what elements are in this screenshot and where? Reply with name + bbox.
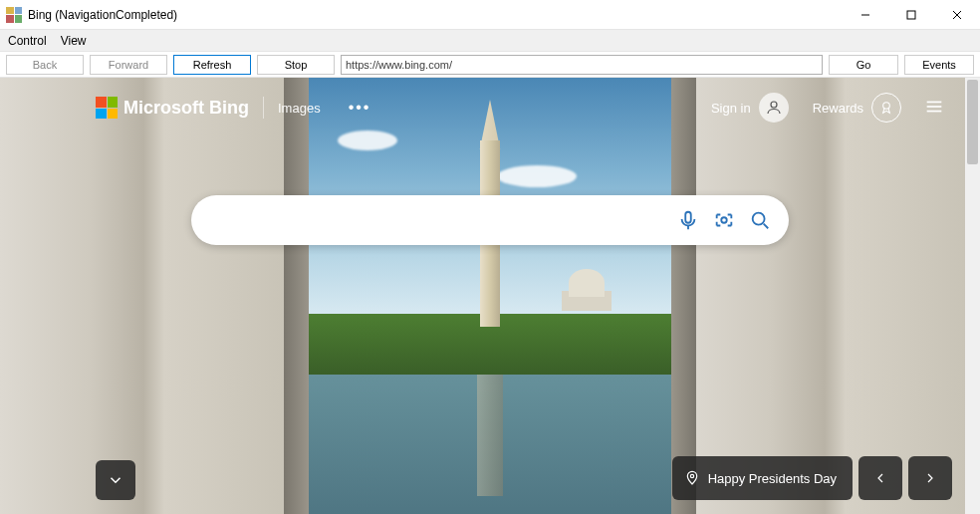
webview-content: Microsoft Bing Images ••• Sign in Reward… <box>0 78 980 514</box>
menu-control[interactable]: Control <box>8 34 47 48</box>
nav-images[interactable]: Images <box>278 101 321 116</box>
refresh-button[interactable]: Refresh <box>173 55 251 75</box>
headline-carousel: Happy Presidents Day <box>672 456 952 500</box>
back-button[interactable]: Back <box>6 55 84 75</box>
location-pin-icon <box>684 470 700 486</box>
window-minimize-button[interactable] <box>843 0 888 30</box>
headline-text: Happy Presidents Day <box>708 471 837 486</box>
image-search-icon[interactable] <box>711 207 737 233</box>
svg-point-11 <box>721 217 727 223</box>
window-maximize-button[interactable] <box>888 0 934 30</box>
app-icon <box>6 7 22 23</box>
voice-search-icon[interactable] <box>675 207 701 233</box>
nav-toolbar: Back Forward Refresh Stop Go Events <box>0 52 980 78</box>
window-title: Bing (NavigationCompleted) <box>28 8 177 22</box>
go-button[interactable]: Go <box>829 55 898 75</box>
vertical-scrollbar[interactable] <box>965 78 980 514</box>
headline-card[interactable]: Happy Presidents Day <box>672 456 853 500</box>
svg-point-14 <box>690 474 693 477</box>
bing-brand-text: Microsoft Bing <box>123 98 249 119</box>
svg-rect-1 <box>907 11 915 19</box>
svg-rect-9 <box>685 212 691 223</box>
header-divider <box>263 97 264 119</box>
forward-button[interactable]: Forward <box>90 55 167 75</box>
background-scene <box>0 78 980 514</box>
search-box[interactable] <box>191 195 789 245</box>
url-input[interactable] <box>341 55 823 75</box>
search-submit-icon[interactable] <box>747 207 773 233</box>
window-close-button[interactable] <box>934 0 980 30</box>
rewards-label: Rewards <box>813 101 863 116</box>
menu-view[interactable]: View <box>61 34 87 48</box>
search-input[interactable] <box>213 212 665 229</box>
bing-logo[interactable]: Microsoft Bing <box>96 97 249 119</box>
avatar-icon <box>759 93 789 123</box>
svg-line-13 <box>764 224 769 229</box>
more-menu-icon[interactable]: ••• <box>349 99 371 117</box>
signin-label: Sign in <box>711 101 751 116</box>
svg-point-4 <box>771 102 777 108</box>
carousel-next-button[interactable] <box>908 456 952 500</box>
hamburger-menu-icon[interactable] <box>923 96 945 121</box>
svg-point-12 <box>753 213 765 225</box>
expand-down-button[interactable] <box>96 460 135 500</box>
window-titlebar: Bing (NavigationCompleted) <box>0 0 980 30</box>
rewards-badge-icon <box>871 93 901 123</box>
rewards-link[interactable]: Rewards <box>813 93 901 123</box>
microsoft-logo-icon <box>96 97 118 119</box>
svg-point-5 <box>883 103 890 110</box>
menu-bar: Control View <box>0 30 980 52</box>
events-button[interactable]: Events <box>904 55 974 75</box>
signin-link[interactable]: Sign in <box>711 93 789 123</box>
bing-header: Microsoft Bing Images ••• Sign in Reward… <box>0 78 965 137</box>
stop-button[interactable]: Stop <box>257 55 335 75</box>
carousel-prev-button[interactable] <box>858 456 902 500</box>
scrollbar-thumb[interactable] <box>967 80 978 164</box>
